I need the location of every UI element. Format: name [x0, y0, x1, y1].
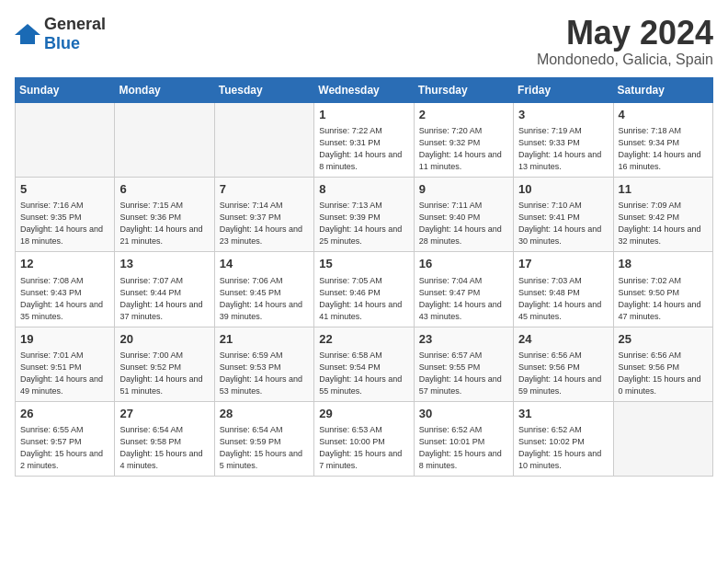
day-info: Sunrise: 6:54 AMSunset: 9:59 PMDaylight:… — [220, 424, 309, 472]
day-info: Sunrise: 6:57 AMSunset: 9:55 PMDaylight:… — [419, 350, 508, 397]
calendar-cell: 17Sunrise: 7:03 AMSunset: 9:48 PMDayligh… — [514, 252, 613, 327]
calendar-cell: 7Sunrise: 7:14 AMSunset: 9:37 PMDaylight… — [214, 177, 313, 251]
day-info: Sunrise: 7:10 AMSunset: 9:41 PMDaylight:… — [518, 200, 608, 247]
calendar-cell: 19Sunrise: 7:01 AMSunset: 9:51 PMDayligh… — [16, 327, 115, 401]
calendar-body: 1Sunrise: 7:22 AMSunset: 9:31 PMDaylight… — [16, 102, 713, 477]
calendar-cell — [613, 402, 712, 477]
day-number: 11 — [619, 181, 708, 198]
calendar-cell: 15Sunrise: 7:05 AMSunset: 9:46 PMDayligh… — [314, 252, 414, 327]
calendar-cell: 21Sunrise: 6:59 AMSunset: 9:53 PMDayligh… — [214, 327, 313, 401]
calendar-cell: 23Sunrise: 6:57 AMSunset: 9:55 PMDayligh… — [414, 327, 513, 401]
day-info: Sunrise: 7:00 AMSunset: 9:52 PMDaylight:… — [119, 350, 209, 397]
day-number: 12 — [20, 256, 109, 272]
svg-marker-0 — [15, 24, 40, 44]
calendar-cell: 11Sunrise: 7:09 AMSunset: 9:42 PMDayligh… — [613, 177, 712, 251]
day-info: Sunrise: 7:18 AMSunset: 9:34 PMDaylight:… — [619, 125, 708, 173]
weekday-header-cell: Saturday — [613, 77, 712, 102]
day-number: 17 — [518, 256, 608, 272]
day-number: 31 — [518, 406, 608, 422]
calendar-week-row: 26Sunrise: 6:55 AMSunset: 9:57 PMDayligh… — [16, 402, 713, 477]
day-number: 4 — [619, 107, 708, 123]
day-info: Sunrise: 7:05 AMSunset: 9:46 PMDaylight:… — [319, 275, 408, 323]
calendar-table: SundayMondayTuesdayWednesdayThursdayFrid… — [15, 77, 713, 477]
weekday-header-cell: Thursday — [414, 77, 513, 102]
calendar-cell: 18Sunrise: 7:02 AMSunset: 9:50 PMDayligh… — [613, 252, 712, 327]
day-info: Sunrise: 7:13 AMSunset: 9:39 PMDaylight:… — [319, 200, 408, 247]
day-number: 27 — [119, 406, 209, 422]
logo-icon — [15, 24, 40, 44]
day-info: Sunrise: 7:16 AMSunset: 9:35 PMDaylight:… — [20, 200, 109, 247]
day-number: 19 — [20, 331, 109, 348]
weekday-header-cell: Tuesday — [214, 77, 313, 102]
calendar-cell — [16, 102, 115, 177]
day-number: 26 — [20, 406, 109, 422]
day-info: Sunrise: 7:09 AMSunset: 9:42 PMDaylight:… — [619, 200, 708, 247]
calendar-cell — [214, 102, 313, 177]
calendar-cell: 29Sunrise: 6:53 AMSunset: 10:00 PMDaylig… — [314, 402, 414, 477]
calendar-cell: 16Sunrise: 7:04 AMSunset: 9:47 PMDayligh… — [414, 252, 513, 327]
location-title: Mondonedo, Galicia, Spain — [537, 52, 713, 68]
logo: General Blue — [15, 15, 106, 53]
calendar-cell: 9Sunrise: 7:11 AMSunset: 9:40 PMDaylight… — [414, 177, 513, 251]
day-number: 18 — [619, 256, 708, 272]
weekday-header-cell: Friday — [514, 77, 613, 102]
day-info: Sunrise: 7:20 AMSunset: 9:32 PMDaylight:… — [419, 125, 508, 173]
month-title: May 2024 — [537, 15, 713, 52]
day-info: Sunrise: 6:55 AMSunset: 9:57 PMDaylight:… — [20, 424, 109, 472]
page-header: General Blue May 2024 Mondonedo, Galicia… — [15, 15, 713, 68]
calendar-cell: 1Sunrise: 7:22 AMSunset: 9:31 PMDaylight… — [314, 102, 414, 177]
day-info: Sunrise: 6:56 AMSunset: 9:56 PMDaylight:… — [518, 350, 608, 397]
calendar-cell: 28Sunrise: 6:54 AMSunset: 9:59 PMDayligh… — [214, 402, 313, 477]
day-number: 5 — [20, 181, 109, 198]
day-number: 15 — [319, 256, 408, 272]
day-info: Sunrise: 6:52 AMSunset: 10:02 PMDaylight… — [518, 424, 608, 472]
day-number: 23 — [419, 331, 508, 348]
calendar-week-row: 1Sunrise: 7:22 AMSunset: 9:31 PMDaylight… — [16, 102, 713, 177]
calendar-cell: 26Sunrise: 6:55 AMSunset: 9:57 PMDayligh… — [16, 402, 115, 477]
day-info: Sunrise: 7:08 AMSunset: 9:43 PMDaylight:… — [20, 275, 109, 323]
day-info: Sunrise: 6:53 AMSunset: 10:00 PMDaylight… — [319, 424, 408, 472]
day-number: 1 — [319, 107, 408, 123]
weekday-header-cell: Monday — [115, 77, 214, 102]
calendar-cell: 8Sunrise: 7:13 AMSunset: 9:39 PMDaylight… — [314, 177, 414, 251]
day-info: Sunrise: 6:54 AMSunset: 9:58 PMDaylight:… — [119, 424, 209, 472]
day-info: Sunrise: 7:04 AMSunset: 9:47 PMDaylight:… — [419, 275, 508, 323]
calendar-cell — [115, 102, 214, 177]
day-info: Sunrise: 7:15 AMSunset: 9:36 PMDaylight:… — [119, 200, 209, 247]
day-number: 10 — [518, 181, 608, 198]
logo-text: General Blue — [44, 15, 106, 53]
calendar-week-row: 19Sunrise: 7:01 AMSunset: 9:51 PMDayligh… — [16, 327, 713, 401]
calendar-cell: 27Sunrise: 6:54 AMSunset: 9:58 PMDayligh… — [115, 402, 214, 477]
day-info: Sunrise: 7:19 AMSunset: 9:33 PMDaylight:… — [518, 125, 608, 173]
day-info: Sunrise: 7:01 AMSunset: 9:51 PMDaylight:… — [20, 350, 109, 397]
calendar-cell: 6Sunrise: 7:15 AMSunset: 9:36 PMDaylight… — [115, 177, 214, 251]
day-info: Sunrise: 6:52 AMSunset: 10:01 PMDaylight… — [419, 424, 508, 472]
day-info: Sunrise: 7:11 AMSunset: 9:40 PMDaylight:… — [419, 200, 508, 247]
day-number: 8 — [319, 181, 408, 198]
day-number: 16 — [419, 256, 508, 272]
title-block: May 2024 Mondonedo, Galicia, Spain — [537, 15, 713, 68]
day-number: 29 — [319, 406, 408, 422]
day-info: Sunrise: 6:58 AMSunset: 9:54 PMDaylight:… — [319, 350, 408, 397]
day-number: 9 — [419, 181, 508, 198]
calendar-cell: 14Sunrise: 7:06 AMSunset: 9:45 PMDayligh… — [214, 252, 313, 327]
calendar-cell: 3Sunrise: 7:19 AMSunset: 9:33 PMDaylight… — [514, 102, 613, 177]
calendar-cell: 4Sunrise: 7:18 AMSunset: 9:34 PMDaylight… — [613, 102, 712, 177]
weekday-header-cell: Sunday — [16, 77, 115, 102]
weekday-header-row: SundayMondayTuesdayWednesdayThursdayFrid… — [16, 77, 713, 102]
day-number: 28 — [220, 406, 309, 422]
calendar-cell: 12Sunrise: 7:08 AMSunset: 9:43 PMDayligh… — [16, 252, 115, 327]
day-info: Sunrise: 7:14 AMSunset: 9:37 PMDaylight:… — [220, 200, 309, 247]
day-number: 25 — [619, 331, 708, 348]
calendar-cell: 22Sunrise: 6:58 AMSunset: 9:54 PMDayligh… — [314, 327, 414, 401]
calendar-cell: 5Sunrise: 7:16 AMSunset: 9:35 PMDaylight… — [16, 177, 115, 251]
calendar-week-row: 12Sunrise: 7:08 AMSunset: 9:43 PMDayligh… — [16, 252, 713, 327]
day-info: Sunrise: 7:03 AMSunset: 9:48 PMDaylight:… — [518, 275, 608, 323]
day-info: Sunrise: 7:22 AMSunset: 9:31 PMDaylight:… — [319, 125, 408, 173]
calendar-cell: 24Sunrise: 6:56 AMSunset: 9:56 PMDayligh… — [514, 327, 613, 401]
day-number: 2 — [419, 107, 508, 123]
calendar-cell: 2Sunrise: 7:20 AMSunset: 9:32 PMDaylight… — [414, 102, 513, 177]
calendar-cell: 30Sunrise: 6:52 AMSunset: 10:01 PMDaylig… — [414, 402, 513, 477]
day-number: 7 — [220, 181, 309, 198]
day-number: 13 — [119, 256, 209, 272]
